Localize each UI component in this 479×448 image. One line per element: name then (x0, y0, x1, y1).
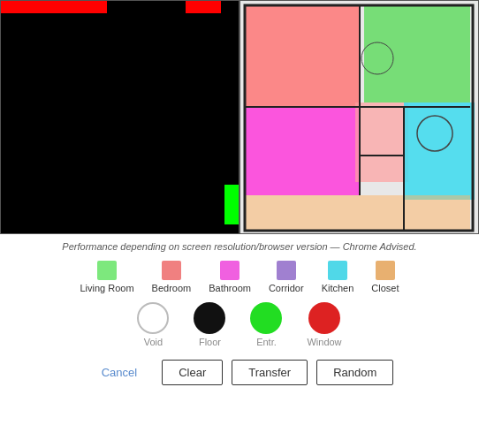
legend-item-bedroom: Bedroom (152, 261, 192, 293)
info-section: Performance depending on screen resoluti… (0, 234, 479, 389)
bedroom-color (162, 261, 181, 280)
panel-right (240, 0, 479, 234)
room-corridor (355, 103, 408, 182)
green-rect-bottom (224, 185, 239, 224)
legend-item-void: Void (137, 302, 169, 347)
bedroom-label: Bedroom (152, 283, 192, 293)
living-room-label: Living Room (80, 283, 133, 293)
window-circle (308, 302, 340, 334)
panel-left (0, 0, 240, 234)
room-kitchen (404, 103, 475, 200)
void-label: Void (144, 337, 163, 347)
legend-item-floor: Floor (194, 302, 225, 347)
room-closet (245, 195, 470, 231)
legend-rooms-row: Living Room Bedroom Bathroom Corridor Ki… (80, 261, 399, 293)
kitchen-label: Kitchen (322, 283, 354, 293)
legend-types-row: Void Floor Entr. Window (137, 302, 341, 347)
cancel-button[interactable]: Cancel (86, 361, 153, 384)
legend-item-kitchen: Kitchen (322, 261, 354, 293)
room-bathroom (245, 107, 360, 195)
closet-label: Closet (371, 283, 399, 293)
performance-note: Performance depending on screen resoluti… (62, 241, 416, 252)
red-bar-left (1, 1, 107, 13)
legend-item-window: Window (307, 302, 341, 347)
panels-row (0, 0, 479, 234)
random-button[interactable]: Random (316, 360, 393, 385)
legend-item-closet: Closet (371, 261, 399, 293)
corridor-color (277, 261, 296, 280)
legend-item-corridor: Corridor (269, 261, 304, 293)
bathroom-label: Bathroom (209, 283, 251, 293)
room-living (364, 5, 470, 103)
main-container: Performance depending on screen resoluti… (0, 0, 479, 448)
kitchen-color (328, 261, 347, 280)
entrance-circle (250, 302, 282, 334)
corridor-label: Corridor (269, 283, 304, 293)
buttons-row: Cancel Clear Transfer Random (86, 360, 394, 385)
legend-item-living: Living Room (80, 261, 133, 293)
transfer-button[interactable]: Transfer (232, 360, 308, 385)
red-bar-right (186, 1, 221, 13)
window-label: Window (307, 337, 341, 347)
floorplan (240, 1, 478, 233)
legend-item-bathroom: Bathroom (209, 261, 251, 293)
bathroom-color (220, 261, 240, 280)
room-bedroom (245, 5, 360, 107)
legend-item-entrance: Entr. (250, 302, 282, 347)
void-circle (137, 302, 169, 334)
closet-color (376, 261, 395, 280)
floor-label: Floor (199, 337, 221, 347)
clear-button[interactable]: Clear (162, 360, 223, 385)
living-room-color (97, 261, 117, 280)
floor-circle (194, 302, 225, 334)
entrance-label: Entr. (256, 337, 277, 347)
